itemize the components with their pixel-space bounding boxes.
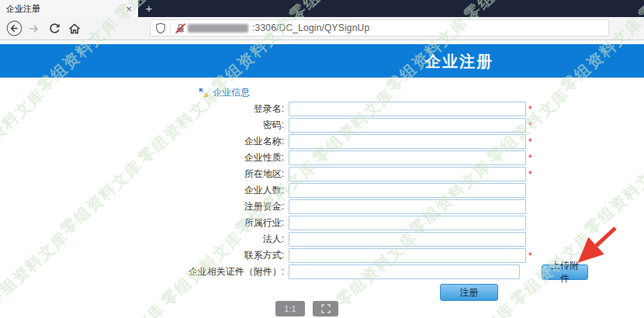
register-button[interactable]: 注册 xyxy=(440,284,498,301)
url-text: :3306/DC_Login/QYSignUp xyxy=(252,22,369,33)
form-row-legal-person: 法人: xyxy=(116,232,588,247)
back-icon xyxy=(6,20,23,36)
field-label-company-name: 企业名称: xyxy=(116,135,289,148)
section-header: 企业信息 xyxy=(199,86,250,99)
input-password[interactable] xyxy=(289,118,526,133)
section-arrows-icon xyxy=(199,88,209,98)
field-label-login-name: 登录名: xyxy=(116,102,289,116)
forward-button[interactable] xyxy=(25,19,43,38)
fit-to-screen-button[interactable] xyxy=(313,301,338,316)
required-asterisk: * xyxy=(528,138,532,146)
page-content: 企业信息 登录名:*密码:*企业名称:*企业性质:*所在地区:*企业人数:注册资… xyxy=(0,78,644,318)
field-label-contact: 联系方式: xyxy=(116,249,289,262)
insecure-lock-icon xyxy=(175,22,186,34)
input-employee-count[interactable] xyxy=(289,183,526,198)
form-row-contact: 联系方式:* xyxy=(116,248,588,263)
required-asterisk: * xyxy=(528,252,532,260)
back-button[interactable] xyxy=(5,19,23,38)
form-row-company-nature: 企业性质:* xyxy=(116,150,588,165)
tab-bar: 企业注册 × + xyxy=(0,0,644,17)
field-label-region: 所在地区: xyxy=(116,168,289,181)
zoom-actual-size-button[interactable]: 1:1 xyxy=(275,301,305,316)
form-row-industry: 所属行业: xyxy=(116,216,588,230)
field-label-company-nature: 企业性质: xyxy=(116,151,289,164)
input-industry[interactable] xyxy=(289,216,526,230)
form-row-login-name: 登录名:* xyxy=(116,102,588,116)
input-legal-person[interactable] xyxy=(289,232,526,247)
input-registered-capital[interactable] xyxy=(289,199,526,214)
field-label-password: 密码: xyxy=(116,119,289,132)
form-row-registered-capital: 注册资金: xyxy=(116,199,588,214)
navigation-toolbar: :3306/DC_Login/QYSignUp xyxy=(0,17,644,40)
shield-icon xyxy=(155,22,166,34)
field-label-registered-capital: 注册资金: xyxy=(116,200,289,213)
form-row-region: 所在地区:* xyxy=(116,167,588,181)
viewer-controls: 1:1 xyxy=(275,301,338,316)
redacted-host xyxy=(188,24,248,33)
required-asterisk: * xyxy=(528,154,532,162)
form-row-password: 密码:* xyxy=(116,118,588,133)
page-title: 企业注册 xyxy=(425,50,493,71)
field-label-legal-person: 法人: xyxy=(116,233,289,246)
input-company-nature[interactable] xyxy=(289,150,526,165)
tab-close-icon[interactable]: × xyxy=(126,4,132,14)
required-asterisk: * xyxy=(528,122,532,130)
url-separator xyxy=(170,22,171,33)
form-row-attachment: 企业相关证件（附件）:上传附件 xyxy=(116,264,588,279)
field-label-industry: 所属行业: xyxy=(116,216,289,230)
forward-icon xyxy=(27,22,41,36)
field-label-attachment: 企业相关证件（附件）: xyxy=(116,265,289,278)
browser-tab[interactable]: 企业注册 × xyxy=(0,0,138,17)
upload-attachment-button[interactable]: 上传附件 xyxy=(542,264,588,280)
section-link-company-info[interactable]: 企业信息 xyxy=(213,86,250,99)
input-contact[interactable] xyxy=(289,248,526,263)
input-login-name[interactable] xyxy=(289,102,526,116)
form-row-employee-count: 企业人数: xyxy=(116,183,588,198)
home-button[interactable] xyxy=(65,19,84,38)
tab-title: 企业注册 xyxy=(6,3,121,15)
form-row-company-name: 企业名称:* xyxy=(116,134,588,149)
input-company-name[interactable] xyxy=(289,134,526,149)
input-region[interactable] xyxy=(289,167,526,181)
required-asterisk: * xyxy=(528,171,532,178)
input-attachment[interactable] xyxy=(289,264,520,279)
url-bar[interactable]: :3306/DC_Login/QYSignUp xyxy=(150,19,609,36)
reload-icon xyxy=(48,22,61,35)
page-banner: 企业注册 xyxy=(0,44,644,78)
new-tab-button[interactable]: + xyxy=(138,0,160,17)
registration-form: 登录名:*密码:*企业名称:*企业性质:*所在地区:*企业人数:注册资金:所属行… xyxy=(116,102,588,301)
required-asterisk: * xyxy=(528,105,532,113)
fit-screen-icon xyxy=(321,304,331,313)
field-label-employee-count: 企业人数: xyxy=(116,184,289,197)
home-icon xyxy=(68,22,81,36)
reload-button[interactable] xyxy=(45,19,64,38)
